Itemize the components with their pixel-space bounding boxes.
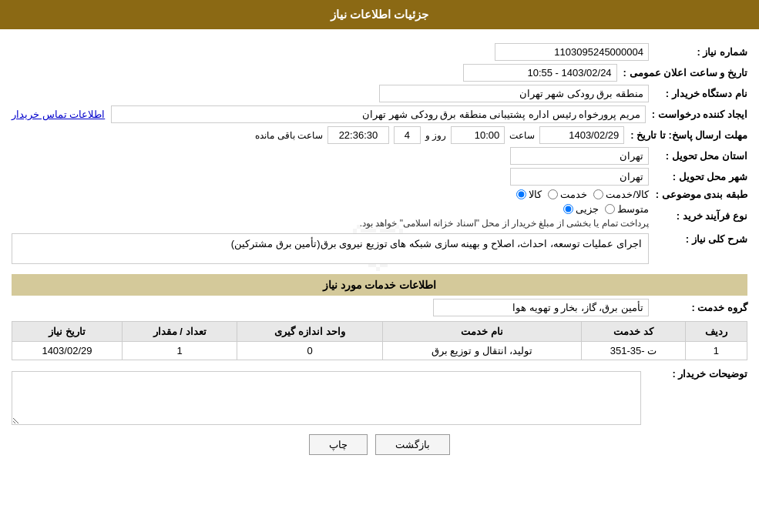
province-label: استان محل تحویل : <box>655 150 747 162</box>
deadline-time: 10:00 <box>451 126 505 144</box>
deadline-days-label: روز و <box>425 130 446 141</box>
purchase-type-note: پرداخت تمام یا بخشی از مبلغ خریدار از مح… <box>360 218 649 229</box>
deadline-time-label: ساعت <box>509 130 535 141</box>
deadline-remaining-label: ساعت باقی مانده <box>255 130 323 141</box>
service-group-value: تأمین برق، گاز، بخار و تهویه هوا <box>433 299 649 316</box>
category-option-kala-khadamat[interactable]: کالا/خدمت <box>593 189 649 200</box>
table-cell: 1 <box>685 342 747 360</box>
page-title: جزئیات اطلاعات نیاز <box>0 0 759 29</box>
description-value: اجرای عملیات توسعه، احداث، اصلاح و بهینه… <box>12 233 649 264</box>
purchase-type-label: نوع فرآیند خرید : <box>655 210 747 222</box>
deadline-remaining: 22:36:30 <box>327 126 389 144</box>
announce-date-label: تاریخ و ساعت اعلان عمومی : <box>623 67 747 79</box>
table-cell: ت -35-351 <box>582 342 686 360</box>
purchase-type-motawaset[interactable]: متوسط <box>605 203 649 215</box>
table-row: 1ت -35-351تولید، انتقال و توزیع برق01140… <box>12 342 747 360</box>
purchase-type-jozi[interactable]: جزیی <box>563 203 599 215</box>
announce-date-value: 1403/02/24 - 10:55 <box>463 64 617 82</box>
need-number-value: 1103095245000004 <box>495 43 649 61</box>
category-option-kala[interactable]: کالا <box>516 189 542 200</box>
city-value: تهران <box>510 168 649 186</box>
print-button[interactable]: چاپ <box>309 434 368 455</box>
category-label: طبقه بندی موضوعی : <box>655 189 747 200</box>
deadline-label: مهلت ارسال پاسخ: تا تاریخ : <box>630 129 747 141</box>
province-value: تهران <box>510 147 649 165</box>
need-number-label: شماره نیاز : <box>655 46 747 58</box>
table-cell: 1403/02/29 <box>12 342 123 360</box>
col-header-date: تاریخ نیاز <box>12 322 123 342</box>
back-button[interactable]: بازگشت <box>375 434 450 455</box>
col-header-rownum: ردیف <box>685 322 747 342</box>
deadline-days: 4 <box>394 126 421 144</box>
contact-link[interactable]: اطلاعات تماس خریدار <box>12 109 105 120</box>
org-name-value: منطقه برق رودکی شهر تهران <box>379 85 649 102</box>
requester-label: ایجاد کننده درخواست : <box>652 109 747 120</box>
requester-value: مریم پرورخواه رئیس اداره پشتیبانی منطقه … <box>111 105 646 123</box>
services-section-title: اطلاعات خدمات مورد نیاز <box>12 274 747 296</box>
table-cell: تولید، انتقال و توزیع برق <box>382 342 581 360</box>
col-header-unit: واحد اندازه گیری <box>237 322 382 342</box>
services-table: ردیف کد خدمت نام خدمت واحد اندازه گیری ت… <box>12 321 747 360</box>
buyer-notes-label: توضیحات خریدار : <box>647 368 747 380</box>
buyer-notes-input[interactable] <box>12 371 641 425</box>
table-cell: 1 <box>122 342 237 360</box>
description-label: شرح کلی نیاز : <box>655 233 747 245</box>
col-header-qty: تعداد / مقدار <box>122 322 237 342</box>
org-name-label: نام دستگاه خریدار : <box>655 88 747 99</box>
city-label: شهر محل تحویل : <box>655 171 747 182</box>
buttons-row: بازگشت چاپ <box>12 434 747 455</box>
service-group-label: گروه خدمت : <box>655 302 747 313</box>
category-option-khadamat[interactable]: خدمت <box>548 189 587 200</box>
table-cell: 0 <box>237 342 382 360</box>
col-header-code: کد خدمت <box>582 322 686 342</box>
deadline-date: 1403/02/29 <box>539 126 624 144</box>
col-header-name: نام خدمت <box>382 322 581 342</box>
